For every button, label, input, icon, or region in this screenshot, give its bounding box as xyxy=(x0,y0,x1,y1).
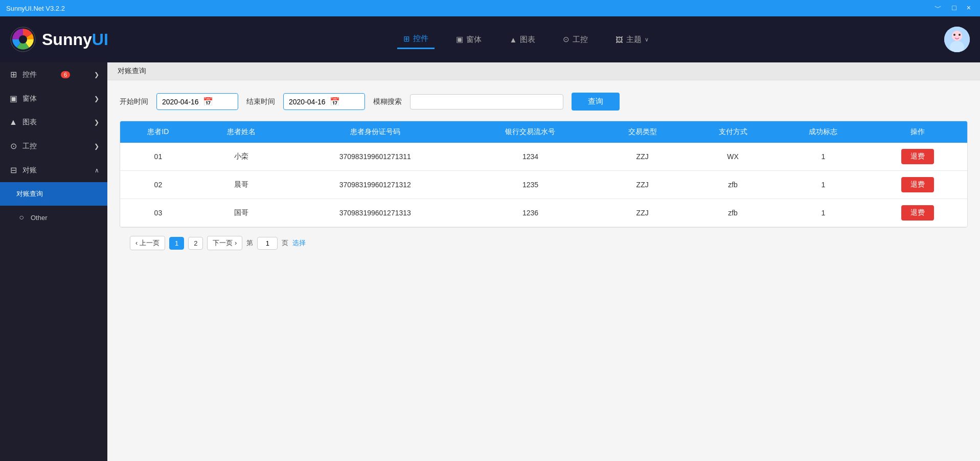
cell-bankno: 1236 xyxy=(464,199,597,227)
sidebar-window-label: 窗体 xyxy=(22,94,37,103)
tab-theme[interactable]: 🖼 主题 ∨ xyxy=(609,31,655,49)
cell-pay: zfb xyxy=(688,171,778,199)
cell-name: 晨哥 xyxy=(196,171,287,199)
cell-id: 01 xyxy=(120,143,196,171)
svg-point-5 xyxy=(953,34,955,36)
window-icon: ▣ xyxy=(456,35,463,44)
col-header-pay: 支付方式 xyxy=(688,121,778,143)
sidebar-item-chart[interactable]: ▲ 图表 ❯ xyxy=(0,111,107,134)
go-label: 第 xyxy=(246,238,253,248)
tab-plc[interactable]: ⊙ 工控 xyxy=(557,31,594,49)
other-nav-icon: ○ xyxy=(16,213,27,222)
svg-point-6 xyxy=(959,34,961,36)
start-calendar-icon[interactable]: 📅 xyxy=(203,97,213,106)
plc-icon: ⊙ xyxy=(563,35,569,44)
col-header-type: 交易类型 xyxy=(597,121,688,143)
avatar xyxy=(944,27,970,52)
next-page-button[interactable]: 下一页 › xyxy=(207,236,242,250)
page-1-button[interactable]: 1 xyxy=(169,237,184,250)
app-title: SunnyUI.Net V3.2.2 xyxy=(6,5,65,12)
close-button[interactable]: × xyxy=(964,3,974,14)
tab-plc-label: 工控 xyxy=(573,35,588,45)
end-date-input[interactable]: 2020-04-16 📅 xyxy=(283,93,365,110)
plc-arrow-icon: ❯ xyxy=(94,143,99,150)
end-time-label: 结束时间 xyxy=(246,97,275,106)
cell-flag: 1 xyxy=(778,199,869,227)
cell-id: 02 xyxy=(120,171,196,199)
col-header-bankno: 银行交易流水号 xyxy=(464,121,597,143)
sidebar-plc-label: 工控 xyxy=(22,142,37,151)
controls-arrow-icon: ❯ xyxy=(94,71,99,78)
sidebar-item-reconcile-query[interactable]: 对账查询 xyxy=(0,182,107,206)
content-area: 对账查询 开始时间 2020-04-16 📅 结束时间 2020-04-16 📅… xyxy=(107,62,980,461)
col-header-flag: 成功标志 xyxy=(778,121,869,143)
start-date-value: 2020-04-16 xyxy=(162,98,199,106)
refund-button[interactable]: 退费 xyxy=(901,205,934,221)
cell-bankno: 1234 xyxy=(464,143,597,171)
tab-controls[interactable]: ⊞ 控件 xyxy=(397,30,435,49)
sidebar-item-other[interactable]: ○ Other xyxy=(0,206,107,229)
tab-window[interactable]: ▣ 窗体 xyxy=(450,31,488,49)
sidebar: ⊞ 控件 6 ❯ ▣ 窗体 ❯ ▲ 图表 ❯ ⊙ 工控 ❯ ⊟ 对账 ∧ 对账查… xyxy=(0,62,107,461)
table-row: 01 小栾 370983199601271311 1234 ZZJ WX 1 退… xyxy=(120,143,967,171)
page-number-input[interactable] xyxy=(257,237,278,250)
logo-ui: UI xyxy=(92,30,108,49)
main-layout: ⊞ 控件 6 ❯ ▣ 窗体 ❯ ▲ 图表 ❯ ⊙ 工控 ❯ ⊟ 对账 ∧ 对账查… xyxy=(0,62,980,461)
cell-flag: 1 xyxy=(778,143,869,171)
theme-icon: 🖼 xyxy=(616,35,623,44)
end-date-value: 2020-04-16 xyxy=(289,98,326,106)
sidebar-item-plc[interactable]: ⊙ 工控 ❯ xyxy=(0,134,107,158)
pagination: ‹ 上一页 1 2 下一页 › 第 页 选择 xyxy=(120,228,968,258)
sidebar-reconcile-query-label: 对账查询 xyxy=(16,189,43,199)
nav-tabs: ⊞ 控件 ▣ 窗体 ▲ 图表 ⊙ 工控 🖼 主题 ∨ xyxy=(397,30,655,49)
end-calendar-icon[interactable]: 📅 xyxy=(330,97,340,106)
page-2-button[interactable]: 2 xyxy=(188,237,203,250)
tab-controls-label: 控件 xyxy=(413,34,428,43)
sidebar-item-window[interactable]: ▣ 窗体 ❯ xyxy=(0,86,107,111)
tab-chart-label: 图表 xyxy=(520,35,535,45)
query-button[interactable]: 查询 xyxy=(572,93,620,111)
data-table: 患者ID 患者姓名 患者身份证号码 银行交易流水号 交易类型 支付方式 成功标志… xyxy=(120,121,968,228)
reconcile-nav-icon: ⊟ xyxy=(8,165,18,175)
cell-type: ZZJ xyxy=(597,171,688,199)
col-header-id: 患者ID xyxy=(120,121,196,143)
prev-page-button[interactable]: ‹ 上一页 xyxy=(130,236,165,250)
sidebar-item-controls[interactable]: ⊞ 控件 6 ❯ xyxy=(0,62,107,86)
chart-nav-icon: ▲ xyxy=(8,118,18,127)
header: SunnyUI ⊞ 控件 ▣ 窗体 ▲ 图表 ⊙ 工控 🖼 主题 ∨ xyxy=(0,16,980,62)
col-header-idcard: 患者身份证号码 xyxy=(287,121,464,143)
window-arrow-icon: ❯ xyxy=(94,95,99,102)
chart-arrow-icon: ❯ xyxy=(94,119,99,126)
chevron-down-icon: ∨ xyxy=(645,36,649,43)
sidebar-reconcile-label: 对账 xyxy=(22,166,37,175)
logo-area: SunnyUI xyxy=(10,27,108,52)
tab-theme-label: 主题 xyxy=(626,35,642,45)
cell-type: ZZJ xyxy=(597,199,688,227)
avatar-image xyxy=(944,27,970,52)
cell-name: 国哥 xyxy=(196,199,287,227)
breadcrumb: 对账查询 xyxy=(107,62,980,80)
chart-icon: ▲ xyxy=(509,35,517,44)
cell-id: 03 xyxy=(120,199,196,227)
table-header-row: 患者ID 患者姓名 患者身份证号码 银行交易流水号 交易类型 支付方式 成功标志… xyxy=(120,121,967,143)
fuzzy-search-input[interactable] xyxy=(410,94,563,109)
cell-name: 小栾 xyxy=(196,143,287,171)
table-row: 02 晨哥 370983199601271312 1235 ZZJ zfb 1 … xyxy=(120,171,967,199)
cell-idcard: 370983199601271313 xyxy=(287,199,464,227)
cell-idcard: 370983199601271311 xyxy=(287,143,464,171)
cell-pay: zfb xyxy=(688,199,778,227)
title-bar: SunnyUI.Net V3.2.2 ﹀ □ × xyxy=(0,0,980,16)
records-table: 患者ID 患者姓名 患者身份证号码 银行交易流水号 交易类型 支付方式 成功标志… xyxy=(120,121,967,227)
select-button[interactable]: 选择 xyxy=(292,238,306,248)
refund-button[interactable]: 退费 xyxy=(901,177,934,192)
breadcrumb-text: 对账查询 xyxy=(118,67,146,75)
svg-point-3 xyxy=(952,31,962,41)
tab-chart[interactable]: ▲ 图表 xyxy=(503,31,541,49)
refund-button[interactable]: 退费 xyxy=(901,149,934,164)
start-date-input[interactable]: 2020-04-16 📅 xyxy=(156,93,238,110)
minimize-button[interactable]: ﹀ xyxy=(931,3,945,14)
sidebar-item-reconcile[interactable]: ⊟ 对账 ∧ xyxy=(0,158,107,182)
sidebar-controls-label: 控件 xyxy=(22,70,37,79)
cell-idcard: 370983199601271312 xyxy=(287,171,464,199)
maximize-button[interactable]: □ xyxy=(949,3,959,14)
